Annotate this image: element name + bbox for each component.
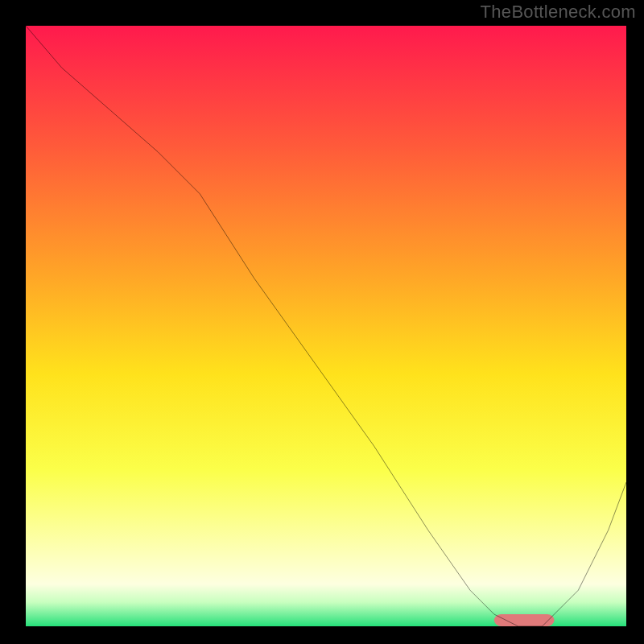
chart-svg: [26, 26, 626, 626]
gradient-background: [26, 26, 626, 626]
watermark-text: TheBottleneck.com: [481, 2, 636, 23]
optimal-range-marker: [494, 614, 555, 626]
chart-frame: TheBottleneck.com: [0, 0, 644, 644]
plot-area: [26, 26, 626, 626]
